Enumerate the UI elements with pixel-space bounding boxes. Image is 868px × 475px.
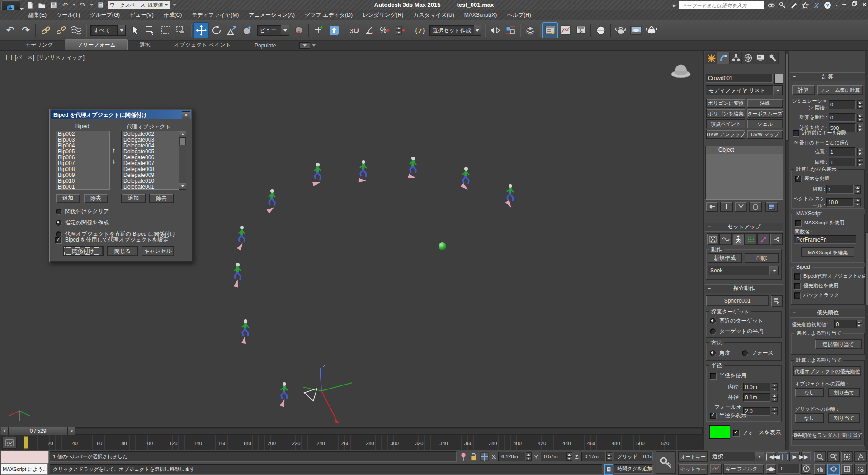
move-up-icon[interactable]: ↑ [112, 146, 116, 154]
selection-filter-dropdown[interactable]: すべて [90, 25, 126, 36]
qat-overflow-icon[interactable] [173, 4, 176, 6]
select-by-name-icon[interactable] [143, 22, 158, 38]
modifier-button[interactable]: ポリゴンを編集 [706, 109, 745, 118]
new-scene-icon[interactable] [25, 1, 34, 9]
named-selection-sets-dropdown[interactable]: 選択セット作成 [429, 25, 481, 36]
modifier-stack[interactable]: Object [705, 146, 783, 200]
spinner[interactable] [855, 185, 861, 194]
select-and-manipulate-icon[interactable] [311, 22, 326, 38]
exchange-apps-icon[interactable]: X [812, 1, 821, 10]
modify-tab[interactable] [717, 52, 730, 64]
mini-curve-editor-icon[interactable] [2, 437, 17, 449]
menu-item[interactable]: グラフ エディタ(D) [300, 10, 358, 20]
solve-button[interactable]: 計算 [792, 85, 815, 95]
align-icon[interactable] [503, 22, 518, 38]
object-color-swatch[interactable] [774, 74, 783, 84]
association-option-radio[interactable]: 関係付けをクリア [56, 208, 175, 215]
bind-to-space-warp-icon[interactable] [69, 22, 84, 38]
edit-maxscript-button[interactable]: MAXScript を編集 [801, 247, 854, 257]
minimize-button[interactable]: ─ [842, 1, 846, 8]
spinner[interactable] [857, 158, 863, 166]
rectangular-selection-region-icon[interactable] [158, 22, 174, 38]
biped-character[interactable] [403, 156, 423, 182]
panel-scrollbar-left[interactable] [785, 51, 789, 451]
key-filters-button[interactable]: キー フィルタ... [723, 464, 764, 474]
unlink-selection-icon[interactable] [53, 22, 69, 38]
select-and-scale-icon[interactable] [224, 22, 240, 38]
save-file-icon[interactable] [49, 1, 58, 9]
help-dropdown-icon[interactable] [835, 5, 838, 6]
steering-wheels-hat-icon[interactable] [669, 59, 693, 82]
modifier-button[interactable]: ポリゴンに変換 [706, 99, 745, 108]
search-input[interactable] [679, 1, 764, 10]
show-end-result-icon[interactable] [720, 202, 733, 212]
new-behavior-button[interactable]: 新規作成 [708, 253, 742, 263]
set-keys-button[interactable] [656, 451, 676, 474]
modifier-button[interactable]: ターボスムーズ [747, 109, 783, 118]
solve-per-frame-button[interactable]: フレーム毎に計算 [817, 85, 863, 95]
solve-rollout-header[interactable]: −計算 [790, 72, 866, 81]
nth-value-field[interactable]: 1 [829, 147, 856, 156]
mini-listener-script[interactable]: MAXScript にようこそ [1, 463, 48, 475]
add-time-tag-icon[interactable] [604, 464, 613, 475]
pan-view-icon[interactable] [814, 464, 826, 475]
delegate-list-scrollbar[interactable] [179, 131, 186, 190]
object-distance-assign-button[interactable]: 割り当て [828, 388, 860, 397]
communication-center-icon[interactable] [790, 1, 798, 10]
delegate-priority-button[interactable]: 代理オブジェクトの優先順位 [793, 366, 861, 376]
modifier-button[interactable]: UVW アンラップ [706, 130, 745, 139]
modifier-button[interactable]: 頂点ペイント [706, 119, 745, 128]
subscription-key-icon[interactable] [778, 1, 787, 10]
spinner[interactable] [855, 198, 861, 206]
ribbon-display-dropdown[interactable] [299, 42, 316, 49]
priority-rollout-header[interactable]: −優先順位 [790, 309, 866, 318]
modifier-button[interactable]: 法線 [747, 99, 783, 108]
percent-snap-toggle-icon[interactable]: % [377, 22, 392, 38]
biped-option-checkbox[interactable]: 優先順位を使用 [794, 282, 868, 289]
next-frame-arrow[interactable]: > [68, 427, 75, 435]
association-option-radio[interactable]: 指定の関係を作成 [56, 219, 175, 227]
vector-field-icon[interactable] [719, 233, 732, 245]
window-crossing-toggle-icon[interactable] [174, 22, 189, 38]
ribbon-tab[interactable]: オブジェクト ペイント [162, 40, 243, 50]
set-key-button[interactable]: セットキー [678, 464, 708, 475]
render-production-icon[interactable] [644, 22, 659, 38]
close-button[interactable]: × [863, 1, 866, 8]
object-distance-none-button[interactable]: なし [795, 388, 824, 397]
target-sphere[interactable] [439, 242, 446, 250]
dialog-close-icon[interactable]: ✕ [182, 111, 190, 119]
force-color-swatch[interactable] [709, 425, 730, 439]
pin-stack-icon[interactable] [706, 202, 718, 212]
seek-target-radio[interactable]: ターゲットの平均 [710, 328, 763, 335]
transform-gizmo[interactable]: Z [294, 360, 362, 432]
spinner[interactable] [772, 383, 778, 391]
previous-frame-arrow[interactable]: < [1, 427, 9, 435]
use-maxscript-checkbox[interactable]: MAXScript を使用 [795, 219, 844, 226]
layer-explorer-icon[interactable] [523, 22, 538, 38]
update-display-checkbox[interactable]: 表示を更新 [795, 175, 829, 182]
use-pivot-center-icon[interactable] [291, 22, 307, 38]
keyboard-shortcut-override-icon[interactable] [326, 22, 342, 38]
default-in-out-tangents-icon[interactable] [710, 464, 722, 474]
function-name-field[interactable]: PerFrameFn [794, 235, 856, 244]
undo-icon[interactable]: ↶ [61, 1, 70, 9]
associate-button[interactable]: 関係付け [63, 246, 104, 256]
display-tab[interactable] [754, 52, 767, 64]
go-to-end-button[interactable]: ▶▶❘ [801, 452, 811, 461]
delegate-list[interactable]: Delegate002Delegate003Delegate004Delegat… [121, 131, 179, 190]
spinner[interactable] [566, 452, 572, 461]
modifier-button[interactable]: UVW マップ [747, 130, 783, 139]
angle-snap-toggle-icon[interactable] [362, 22, 377, 38]
spinner[interactable] [772, 394, 778, 402]
schematic-view-icon[interactable] [573, 22, 589, 38]
biped-character[interactable] [500, 183, 520, 209]
menu-item[interactable]: カスタマイズ(U) [408, 10, 459, 20]
current-frame-field[interactable]: 0 [778, 464, 800, 474]
key-selection-filter-dropdown[interactable]: 選択 [710, 452, 764, 461]
close-dialog-button[interactable]: 閉じる [107, 246, 138, 256]
utilities-tab[interactable] [766, 52, 779, 64]
delegate-remove-button[interactable]: 除去 [149, 194, 174, 203]
delegate-grid-icon[interactable] [745, 233, 757, 245]
add-time-tag-box[interactable]: 時間タグを追加 [614, 464, 653, 474]
menu-item[interactable]: レンダリング(R) [358, 10, 408, 20]
